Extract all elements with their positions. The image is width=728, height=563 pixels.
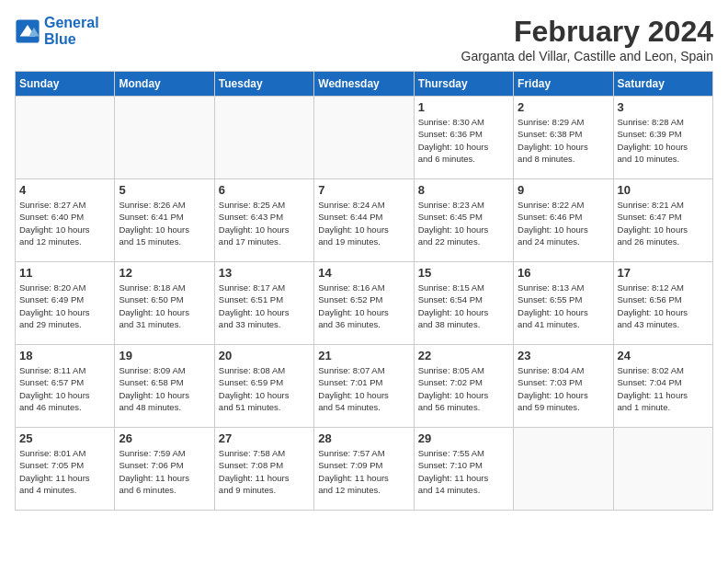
day-number: 28 [318, 431, 409, 445]
day-number: 23 [518, 349, 609, 362]
day-number: 1 [418, 100, 509, 114]
calendar-day-cell: 9Sunrise: 8:22 AM Sunset: 6:46 PM Daylig… [514, 179, 613, 262]
calendar-week-row: 4Sunrise: 8:27 AM Sunset: 6:40 PM Daylig… [16, 179, 713, 262]
calendar-day-cell: 20Sunrise: 8:08 AM Sunset: 6:59 PM Dayli… [214, 345, 313, 428]
day-number: 16 [518, 266, 609, 280]
calendar-day-cell: 28Sunrise: 7:57 AM Sunset: 7:09 PM Dayli… [314, 428, 414, 511]
calendar-day-cell: 11Sunrise: 8:20 AM Sunset: 6:49 PM Dayli… [16, 262, 115, 345]
day-number: 25 [19, 431, 110, 445]
calendar-day-cell: 4Sunrise: 8:27 AM Sunset: 6:40 PM Daylig… [16, 179, 115, 262]
calendar-day-cell: 5Sunrise: 8:26 AM Sunset: 6:41 PM Daylig… [115, 179, 214, 262]
calendar-day-cell: 6Sunrise: 8:25 AM Sunset: 6:43 PM Daylig… [214, 179, 313, 262]
calendar-day-header: Wednesday [314, 72, 414, 97]
calendar-week-row: 18Sunrise: 8:11 AM Sunset: 6:57 PM Dayli… [16, 345, 713, 428]
day-info: Sunrise: 8:15 AM Sunset: 6:54 PM Dayligh… [418, 282, 509, 330]
calendar-week-row: 1Sunrise: 8:30 AM Sunset: 6:36 PM Daylig… [16, 97, 713, 179]
day-info: Sunrise: 8:17 AM Sunset: 6:51 PM Dayligh… [219, 282, 310, 330]
day-number: 9 [518, 183, 609, 197]
day-info: Sunrise: 7:55 AM Sunset: 7:10 PM Dayligh… [418, 447, 509, 496]
calendar-day-cell: 15Sunrise: 8:15 AM Sunset: 6:54 PM Dayli… [414, 262, 513, 345]
calendar-day-cell: 27Sunrise: 7:58 AM Sunset: 7:08 PM Dayli… [214, 428, 313, 511]
day-number: 14 [318, 266, 409, 280]
day-info: Sunrise: 8:05 AM Sunset: 7:02 PM Dayligh… [418, 364, 509, 413]
calendar-day-cell: 29Sunrise: 7:55 AM Sunset: 7:10 PM Dayli… [414, 428, 513, 511]
day-info: Sunrise: 8:24 AM Sunset: 6:44 PM Dayligh… [318, 199, 409, 247]
day-info: Sunrise: 8:07 AM Sunset: 7:01 PM Dayligh… [318, 364, 409, 413]
day-info: Sunrise: 8:25 AM Sunset: 6:43 PM Dayligh… [219, 199, 310, 247]
day-info: Sunrise: 8:11 AM Sunset: 6:57 PM Dayligh… [19, 364, 110, 413]
day-number: 27 [219, 431, 310, 445]
logo-text: General Blue [44, 15, 99, 48]
day-number: 18 [19, 349, 110, 362]
calendar-day-cell: 16Sunrise: 8:13 AM Sunset: 6:55 PM Dayli… [514, 262, 613, 345]
calendar-day-cell: 14Sunrise: 8:16 AM Sunset: 6:52 PM Dayli… [314, 262, 414, 345]
calendar-day-cell: 13Sunrise: 8:17 AM Sunset: 6:51 PM Dayli… [214, 262, 313, 345]
calendar-day-cell: 25Sunrise: 8:01 AM Sunset: 7:05 PM Dayli… [16, 428, 115, 511]
day-info: Sunrise: 8:16 AM Sunset: 6:52 PM Dayligh… [318, 282, 409, 330]
day-number: 6 [219, 183, 310, 197]
day-number: 24 [618, 349, 709, 362]
calendar-day-cell: 10Sunrise: 8:21 AM Sunset: 6:47 PM Dayli… [613, 179, 712, 262]
calendar-day-header: Friday [514, 72, 613, 97]
calendar-day-cell: 26Sunrise: 7:59 AM Sunset: 7:06 PM Dayli… [115, 428, 214, 511]
calendar-week-row: 11Sunrise: 8:20 AM Sunset: 6:49 PM Dayli… [16, 262, 713, 345]
calendar-header: SundayMondayTuesdayWednesdayThursdayFrid… [16, 72, 713, 97]
calendar-day-cell [214, 97, 313, 179]
calendar-day-cell: 18Sunrise: 8:11 AM Sunset: 6:57 PM Dayli… [16, 345, 115, 428]
day-info: Sunrise: 8:28 AM Sunset: 6:39 PM Dayligh… [618, 116, 709, 165]
day-info: Sunrise: 8:20 AM Sunset: 6:49 PM Dayligh… [19, 282, 110, 330]
day-info: Sunrise: 8:22 AM Sunset: 6:46 PM Dayligh… [518, 199, 609, 247]
calendar-day-cell: 24Sunrise: 8:02 AM Sunset: 7:04 PM Dayli… [613, 345, 712, 428]
location-title: Garganta del Villar, Castille and Leon, … [461, 49, 713, 63]
day-info: Sunrise: 8:13 AM Sunset: 6:55 PM Dayligh… [518, 282, 609, 330]
day-info: Sunrise: 8:26 AM Sunset: 6:41 PM Dayligh… [119, 199, 210, 247]
day-number: 5 [119, 183, 210, 197]
calendar-day-cell: 21Sunrise: 8:07 AM Sunset: 7:01 PM Dayli… [314, 345, 414, 428]
calendar-day-header: Sunday [16, 72, 115, 97]
day-info: Sunrise: 8:12 AM Sunset: 6:56 PM Dayligh… [618, 282, 709, 330]
day-info: Sunrise: 8:21 AM Sunset: 6:47 PM Dayligh… [618, 199, 709, 247]
calendar-day-cell: 17Sunrise: 8:12 AM Sunset: 6:56 PM Dayli… [613, 262, 712, 345]
calendar-day-cell: 8Sunrise: 8:23 AM Sunset: 6:45 PM Daylig… [414, 179, 513, 262]
calendar-day-cell [16, 97, 115, 179]
calendar-day-header: Tuesday [214, 72, 313, 97]
calendar-table: SundayMondayTuesdayWednesdayThursdayFrid… [15, 71, 713, 511]
day-number: 20 [219, 349, 310, 362]
calendar-day-cell [514, 428, 613, 511]
day-info: Sunrise: 8:23 AM Sunset: 6:45 PM Dayligh… [418, 199, 509, 247]
title-area: February 2024 Garganta del Villar, Casti… [461, 15, 713, 63]
day-number: 8 [418, 183, 509, 197]
day-number: 3 [618, 100, 709, 114]
day-info: Sunrise: 8:04 AM Sunset: 7:03 PM Dayligh… [518, 364, 609, 413]
day-info: Sunrise: 7:59 AM Sunset: 7:06 PM Dayligh… [119, 447, 210, 496]
day-number: 2 [518, 100, 609, 114]
page-header: General Blue February 2024 Garganta del … [15, 15, 713, 63]
day-info: Sunrise: 8:01 AM Sunset: 7:05 PM Dayligh… [19, 447, 110, 496]
day-number: 22 [418, 349, 509, 362]
day-number: 10 [618, 183, 709, 197]
calendar-day-cell [613, 428, 712, 511]
calendar-day-cell: 3Sunrise: 8:28 AM Sunset: 6:39 PM Daylig… [613, 97, 712, 179]
day-info: Sunrise: 7:58 AM Sunset: 7:08 PM Dayligh… [219, 447, 310, 496]
day-number: 26 [119, 431, 210, 445]
calendar-day-header: Monday [115, 72, 214, 97]
day-number: 4 [19, 183, 110, 197]
calendar-day-cell: 7Sunrise: 8:24 AM Sunset: 6:44 PM Daylig… [314, 179, 414, 262]
calendar-day-cell: 23Sunrise: 8:04 AM Sunset: 7:03 PM Dayli… [514, 345, 613, 428]
day-number: 21 [318, 349, 409, 362]
day-number: 12 [119, 266, 210, 280]
day-number: 15 [418, 266, 509, 280]
calendar-day-cell [115, 97, 214, 179]
calendar-day-cell [314, 97, 414, 179]
logo-icon [15, 18, 40, 44]
day-info: Sunrise: 7:57 AM Sunset: 7:09 PM Dayligh… [318, 447, 409, 496]
calendar-day-cell: 22Sunrise: 8:05 AM Sunset: 7:02 PM Dayli… [414, 345, 513, 428]
day-info: Sunrise: 8:29 AM Sunset: 6:38 PM Dayligh… [518, 116, 609, 165]
day-info: Sunrise: 8:09 AM Sunset: 6:58 PM Dayligh… [119, 364, 210, 413]
calendar-day-cell: 2Sunrise: 8:29 AM Sunset: 6:38 PM Daylig… [514, 97, 613, 179]
day-number: 17 [618, 266, 709, 280]
day-info: Sunrise: 8:30 AM Sunset: 6:36 PM Dayligh… [418, 116, 509, 165]
calendar-day-cell: 12Sunrise: 8:18 AM Sunset: 6:50 PM Dayli… [115, 262, 214, 345]
logo: General Blue [15, 15, 99, 48]
day-number: 13 [219, 266, 310, 280]
